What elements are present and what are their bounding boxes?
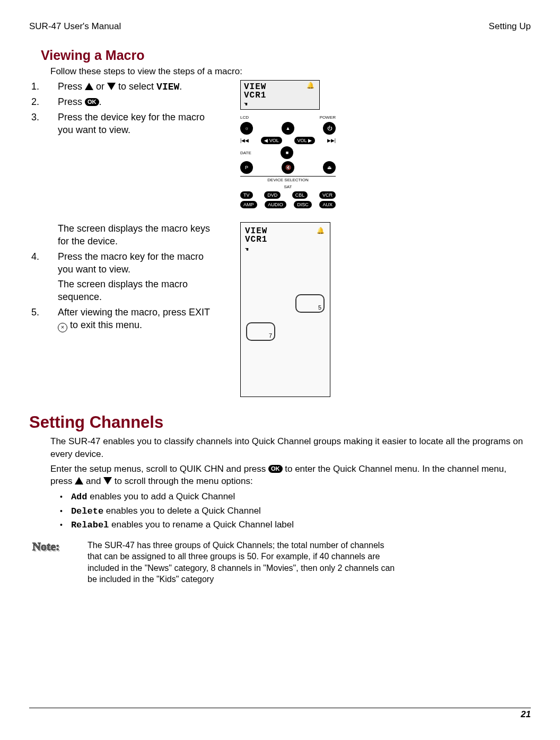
lcd-line-2: VCR1 — [244, 91, 316, 100]
step-3-number: 3. — [31, 111, 45, 124]
step-5-text: After viewing the macro, press EXIT × to… — [58, 306, 220, 332]
viewing-intro: Follow these steps to view the steps of … — [50, 66, 531, 77]
header-right: Setting Up — [489, 21, 531, 32]
skip-fwd-icon: ▶▶| — [327, 138, 336, 143]
remote-button-grid: LCD POWER ☼ ▲ ⏻ |◀◀ ◀ VOL VOL ▶ ▶▶| DATE — [240, 115, 336, 208]
page-footer: 21 — [29, 708, 531, 720]
remote-figure-2: VIEW VCR1 ☚ 🔔 5 7 — [240, 222, 330, 397]
ch-down-button-icon: ■ — [281, 146, 293, 159]
date-label: DATE — [240, 151, 251, 155]
bullet-relabel: Relabel enables you to rename a Quick Ch… — [60, 518, 531, 532]
power-label: POWER — [320, 115, 336, 120]
step-3: 3. Press the device key for the macro yo… — [29, 111, 220, 137]
step-2: 2. Press OK. — [29, 95, 220, 108]
vcr-button-icon: VCR — [319, 191, 336, 199]
page-number: 21 — [29, 709, 531, 720]
heading-setting-channels: Setting Channels — [29, 413, 531, 432]
step-2-text: Press OK. — [58, 95, 102, 108]
channels-p1: The SUR-47 enables you to classify chann… — [50, 435, 531, 461]
lcd-label: LCD — [240, 115, 249, 120]
step-1-number: 1. — [31, 80, 45, 93]
lcd-display: VIEW VCR1 ☚ 🔔 — [240, 80, 320, 110]
eject-button-icon: ⏏ — [323, 161, 336, 174]
heading-viewing-macro: Viewing a Macro — [41, 48, 531, 63]
disc-button-icon: DISC — [294, 201, 312, 208]
page-header: SUR-47 User's Manual Setting Up — [29, 21, 531, 32]
step-4: 4. Press the macro key for the macro you… — [29, 250, 220, 276]
triangle-up-icon-2 — [75, 477, 83, 484]
ok-button-icon: OK — [85, 98, 99, 106]
ok-button-icon-2: OK — [268, 465, 283, 473]
lcd2-line-2: VCR1 — [245, 235, 326, 244]
cbl-button-icon: CBL — [292, 191, 308, 199]
remote-figure-1: VIEW VCR1 ☚ 🔔 LCD POWER ☼ ▲ ⏻ |◀◀ ◀ — [240, 80, 336, 218]
post-step-4-a: . The screen displays the macro sequence… — [29, 278, 220, 304]
device-selection-label: DEVICE SELECTION — [240, 176, 336, 182]
triangle-down-icon-2 — [103, 477, 112, 484]
triangle-up-icon — [85, 83, 93, 90]
tv-button-icon: TV — [240, 191, 253, 199]
channels-bullets: Add enables you to add a Quick Channel D… — [60, 490, 531, 532]
note-label: Note: — [32, 540, 75, 585]
step-4-number: 4. — [31, 250, 45, 263]
step-3-text: Press the device key for the macro you w… — [58, 111, 220, 137]
step-1: 1. Press or to select VIEW. — [29, 80, 220, 93]
lcd2-line-1: VIEW — [245, 227, 326, 235]
hand-pointer-icon: ☚ — [244, 101, 248, 108]
step-1-text: Press or to select VIEW. — [58, 80, 182, 93]
bullet-delete: Delete enables you to delete a Quick Cha… — [60, 504, 531, 518]
macro-key-7: 7 — [246, 322, 275, 341]
triangle-down-icon — [107, 83, 116, 90]
note-text: The SUR-47 has three groups of Quick Cha… — [88, 540, 395, 585]
bell-icon: 🔔 — [307, 83, 315, 89]
lcd-button-icon: ☼ — [240, 122, 253, 135]
viewing-steps: 1. Press or to select VIEW. 2. Press OK. — [29, 80, 220, 136]
sat-label: SAT — [240, 184, 336, 189]
header-left: SUR-47 User's Manual — [29, 21, 121, 32]
note-block: Note: The SUR-47 has three groups of Qui… — [32, 540, 531, 585]
exit-button-icon: × — [58, 323, 67, 332]
step-2-number: 2. — [31, 95, 45, 108]
aux-button-icon: AUX — [319, 201, 336, 208]
power-button-icon: ⏻ — [323, 122, 336, 135]
date-button-icon: P — [240, 161, 253, 174]
audio-button-icon: AUDIO — [265, 201, 286, 208]
lcd-line-1: VIEW — [244, 83, 316, 91]
step-5: 5. After viewing the macro, press EXIT ×… — [29, 306, 220, 332]
bell-icon-2: 🔔 — [317, 227, 325, 234]
dvd-button-icon: DVD — [264, 191, 281, 199]
mute-button-icon: 🔇 — [282, 161, 294, 174]
hand-pointer-icon-2: ☚ — [245, 246, 249, 253]
step-5-number: 5. — [31, 306, 45, 319]
step-4-text: Press the macro key for the macro you wa… — [58, 250, 220, 276]
ch-up-button-icon: ▲ — [282, 122, 294, 135]
post-step-3-a: . The screen displays the macro keys for… — [29, 222, 220, 248]
skip-back-icon: |◀◀ — [240, 138, 249, 143]
amp-button-icon: AMP — [240, 201, 257, 208]
vol-up-icon: VOL ▶ — [294, 137, 315, 144]
view-keyword: VIEW — [156, 82, 179, 92]
macro-key-5: 5 — [295, 294, 325, 313]
bullet-add: Add enables you to add a Quick Channel — [60, 490, 531, 504]
vol-down-icon: ◀ VOL — [261, 137, 282, 144]
footer-rule — [29, 708, 531, 708]
channels-p2: Enter the setup menus, scroll to QUIK CH… — [50, 463, 531, 488]
